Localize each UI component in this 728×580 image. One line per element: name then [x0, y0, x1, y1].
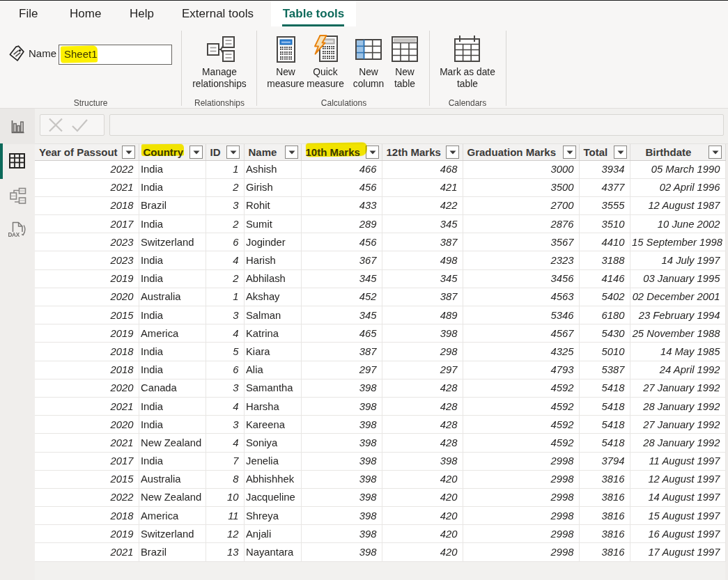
svg-text:DAX: DAX [8, 232, 20, 238]
